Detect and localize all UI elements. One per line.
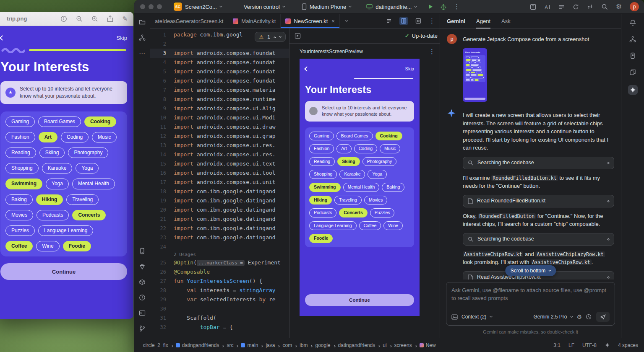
code-line[interactable]: 5import androidx.compose.foundat <box>150 67 289 76</box>
gemini-toolwindow-icon[interactable] <box>628 85 638 95</box>
design-view-button[interactable] <box>414 17 422 25</box>
line-number[interactable]: 25 <box>150 258 174 267</box>
line-number[interactable]: 30 <box>150 304 174 313</box>
search-everywhere-icon[interactable] <box>601 3 608 10</box>
project-selector[interactable]: SC Screen2Co... <box>171 1 224 12</box>
hardware-input-icon[interactable]: A <box>544 4 550 10</box>
code-line[interactable]: 20import com.ibm.google.datingand <box>150 205 289 215</box>
attached-screenshot-thumbnail[interactable]: Your Interests <box>463 48 487 102</box>
project-toolwindow-icon[interactable] <box>139 19 146 26</box>
code-line[interactable]: 23import com.ibm.google.datingand <box>150 233 289 242</box>
line-number[interactable]: 32 <box>150 323 174 332</box>
zoom-window-button[interactable] <box>157 4 162 9</box>
breadcrumb-item[interactable]: java <box>266 342 275 348</box>
logcat-icon[interactable] <box>558 4 565 10</box>
problems-toolwindow-icon[interactable] <box>139 294 146 301</box>
code-line[interactable]: 10import androidx.compose.ui.Modi <box>150 113 289 122</box>
line-number[interactable]: 27 <box>150 277 174 286</box>
gemini-settings-icon[interactable]: ⚙ <box>576 314 582 320</box>
terminal-toolwindow-icon[interactable] <box>139 310 146 316</box>
commit-toolwindow-icon[interactable] <box>139 34 146 41</box>
vcs-widget[interactable]: Version control <box>241 3 287 11</box>
line-number[interactable]: 18 <box>150 187 174 196</box>
line-number[interactable]: 16 <box>150 168 174 178</box>
line-number[interactable]: 23 <box>150 233 174 242</box>
line-number[interactable]: 31 <box>150 313 174 323</box>
breadcrumb-item[interactable]: screens <box>394 342 412 348</box>
tool-call-searching-the-codebase[interactable]: Searching the codebase <box>463 157 614 169</box>
code-line[interactable]: 27fun YourInterestsScreen() { <box>150 277 289 286</box>
breadcrumb-item[interactable]: New <box>420 342 436 348</box>
line-number[interactable]: 7 <box>150 85 174 95</box>
tab-dateideasgeneratorscreen[interactable]: ateIdeasGeneratorScreen.kt <box>150 14 228 28</box>
markup-pencil-icon[interactable]: ✎ <box>122 15 128 23</box>
build-toolwindow-icon[interactable] <box>139 279 146 285</box>
code-editor[interactable]: ⚠ 1 1package com.ibm.googl23import andro… <box>150 28 289 338</box>
tab-options-icon[interactable]: ⋮ <box>429 17 435 25</box>
line-number[interactable]: 1 <box>150 30 174 39</box>
code-line[interactable]: 29 var selectedInterests by re <box>150 295 289 304</box>
breadcrumb-item[interactable]: ibm <box>300 342 308 348</box>
model-selector[interactable]: Gemini 2.5 Pro <box>533 314 567 320</box>
tab-ask[interactable]: Ask <box>501 14 511 28</box>
breadcrumb-item[interactable]: google <box>315 342 330 348</box>
line-number[interactable]: 2 <box>150 39 174 49</box>
code-line[interactable]: 30 <box>150 304 289 313</box>
code-line[interactable]: 11import androidx.compose.ui.draw <box>150 122 289 132</box>
line-number[interactable]: 24 <box>150 242 174 251</box>
code-line[interactable]: 18import com.ibm.google.datingand <box>150 187 289 196</box>
breadcrumb-item[interactable]: datingandfriends <box>338 342 375 348</box>
preview-options-icon[interactable]: ⋮ <box>429 48 435 55</box>
code-line[interactable]: 32 topBar = { <box>150 323 289 332</box>
code-line[interactable]: 22import com.ibm.google.datingand <box>150 224 289 233</box>
code-line[interactable]: 9import androidx.compose.ui.Alig <box>150 104 289 113</box>
code-line[interactable]: 15import androidx.compose.ui.text <box>150 159 289 168</box>
line-number[interactable]: 3 <box>150 49 174 58</box>
line-number[interactable]: 15 <box>150 159 174 168</box>
code-view-button[interactable] <box>385 17 393 25</box>
breadcrumb-item[interactable]: ui <box>383 342 386 348</box>
line-number[interactable]: 13 <box>150 141 174 150</box>
code-line[interactable]: 26@Composable <box>150 267 289 277</box>
close-tab-icon[interactable]: × <box>331 18 335 24</box>
split-view-button[interactable] <box>399 17 408 25</box>
more-toolwindows-icon[interactable]: ⋯ <box>139 50 146 57</box>
code-line[interactable]: 19import com.ibm.google.datingand <box>150 196 289 205</box>
code-line[interactable]: 25@OptIn(...markerClass = Experiment <box>150 258 289 267</box>
device-selector[interactable]: Medium Phone <box>299 2 354 11</box>
app-insights-toolwindow-icon[interactable] <box>139 263 146 270</box>
gemini-input-box[interactable]: Ask Gemini, use @filename to attach sour… <box>446 282 615 326</box>
code-line[interactable]: 16import androidx.compose.ui.tool <box>150 168 289 178</box>
minimize-window-button[interactable] <box>149 4 154 9</box>
line-number[interactable]: 21 <box>150 215 174 224</box>
file-encoding[interactable]: UTF-8 <box>582 342 597 348</box>
line-number[interactable]: 17 <box>150 178 174 187</box>
settings-gear-icon[interactable]: ⚙ <box>616 3 622 10</box>
tab-newscreen[interactable]: NewScreen.kt × <box>281 14 340 28</box>
running-devices-toolwindow-icon[interactable] <box>139 248 146 254</box>
code-line[interactable]: 12import androidx.compose.ui.grap <box>150 132 289 141</box>
line-number[interactable]: 4 <box>150 58 174 67</box>
line-number[interactable]: 14 <box>150 150 174 159</box>
tool-call-searching-the-codebase[interactable]: Searching the codebase <box>463 233 614 246</box>
code-line[interactable]: 31 Scaffold( <box>150 313 289 323</box>
attach-image-icon[interactable] <box>451 314 458 320</box>
more-run-actions-icon[interactable]: ⋮ <box>454 3 460 10</box>
run-button[interactable] <box>428 4 433 10</box>
code-line[interactable]: 28 val interests = stringArray <box>150 286 289 295</box>
device-explorer-icon[interactable] <box>629 52 636 59</box>
share-icon[interactable] <box>107 15 113 22</box>
run-configuration-selector[interactable]: datingandfrie... <box>364 3 419 11</box>
line-separator[interactable]: LF <box>568 342 574 348</box>
line-number[interactable]: 22 <box>150 224 174 233</box>
ai-sparkle-icon[interactable] <box>605 342 610 348</box>
info-icon[interactable] <box>60 16 67 22</box>
next-problem-icon[interactable] <box>279 35 282 38</box>
line-number[interactable]: 5 <box>150 67 174 76</box>
gemini-input-placeholder[interactable]: Ask Gemini, use @filename to attach sour… <box>451 287 610 312</box>
caret-position[interactable]: 3:1 <box>553 342 561 348</box>
code-line[interactable]: 7import androidx.compose.materia <box>150 85 289 95</box>
inspections-widget[interactable]: ⚠ 1 <box>255 32 286 42</box>
line-number[interactable]: 12 <box>150 132 174 141</box>
code-line[interactable]: 21import com.ibm.google.datingand <box>150 215 289 224</box>
